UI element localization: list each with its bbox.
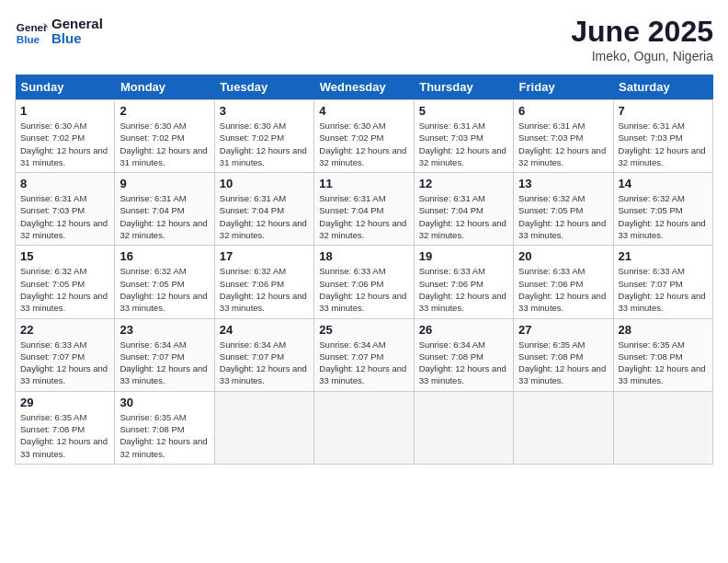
day-info: Sunrise: 6:32 AMSunset: 7:05 PMDaylight:… (518, 192, 608, 241)
calendar-cell: 10Sunrise: 6:31 AMSunset: 7:04 PMDayligh… (214, 173, 313, 246)
day-number: 14 (619, 177, 708, 190)
day-info: Sunrise: 6:31 AMSunset: 7:04 PMDaylight:… (419, 192, 508, 241)
day-info: Sunrise: 6:34 AMSunset: 7:08 PMDaylight:… (419, 339, 508, 387)
calendar-cell (514, 391, 613, 464)
calendar-cell (613, 391, 712, 464)
day-number: 1 (20, 104, 109, 118)
day-number: 7 (619, 104, 708, 118)
calendar-cell: 13Sunrise: 6:32 AMSunset: 7:05 PMDayligh… (514, 173, 613, 246)
svg-text:Blue: Blue (17, 33, 40, 45)
day-info: Sunrise: 6:31 AMSunset: 7:04 PMDaylight:… (220, 192, 309, 241)
calendar-subtitle: Imeko, Ogun, Nigeria (571, 49, 713, 63)
weekday-header-row: SundayMondayTuesdayWednesdayThursdayFrid… (16, 75, 713, 100)
day-number: 20 (518, 249, 608, 263)
day-info: Sunrise: 6:33 AMSunset: 7:07 PMDaylight:… (20, 339, 109, 387)
calendar-cell (314, 391, 414, 464)
weekday-header-friday: Friday (514, 75, 613, 100)
day-info: Sunrise: 6:34 AMSunset: 7:07 PMDaylight:… (119, 339, 209, 387)
calendar-week-row: 1Sunrise: 6:30 AMSunset: 7:02 PMDaylight… (16, 100, 713, 173)
day-number: 28 (619, 323, 708, 337)
day-info: Sunrise: 6:31 AMSunset: 7:04 PMDaylight:… (319, 192, 408, 241)
day-number: 15 (20, 249, 109, 263)
day-number: 30 (119, 396, 209, 409)
logo-icon: General Blue (15, 15, 48, 48)
day-number: 4 (319, 104, 408, 118)
day-number: 18 (319, 249, 408, 263)
day-number: 27 (518, 323, 608, 337)
day-number: 21 (619, 249, 708, 263)
calendar-cell: 23Sunrise: 6:34 AMSunset: 7:07 PMDayligh… (115, 318, 214, 391)
calendar-cell: 1Sunrise: 6:30 AMSunset: 7:02 PMDaylight… (16, 100, 115, 173)
calendar-header: General Blue General Blue June 2025 Imek… (15, 15, 713, 63)
calendar-cell: 15Sunrise: 6:32 AMSunset: 7:05 PMDayligh… (16, 246, 115, 318)
logo-general: General (51, 17, 103, 32)
day-number: 25 (319, 323, 408, 337)
calendar-cell: 5Sunrise: 6:31 AMSunset: 7:03 PMDaylight… (414, 100, 513, 173)
calendar-cell: 17Sunrise: 6:32 AMSunset: 7:06 PMDayligh… (214, 246, 313, 318)
calendar-cell: 11Sunrise: 6:31 AMSunset: 7:04 PMDayligh… (314, 173, 414, 246)
day-info: Sunrise: 6:34 AMSunset: 7:07 PMDaylight:… (220, 339, 309, 387)
day-info: Sunrise: 6:32 AMSunset: 7:05 PMDaylight:… (619, 192, 708, 241)
calendar-week-row: 29Sunrise: 6:35 AMSunset: 7:08 PMDayligh… (16, 391, 713, 464)
svg-text:General: General (17, 21, 48, 33)
day-info: Sunrise: 6:31 AMSunset: 7:03 PMDaylight:… (619, 120, 708, 168)
day-number: 23 (119, 323, 209, 337)
calendar-cell: 9Sunrise: 6:31 AMSunset: 7:04 PMDaylight… (115, 173, 214, 246)
calendar-cell: 6Sunrise: 6:31 AMSunset: 7:03 PMDaylight… (514, 100, 613, 173)
calendar-cell: 14Sunrise: 6:32 AMSunset: 7:05 PMDayligh… (613, 173, 712, 246)
day-info: Sunrise: 6:35 AMSunset: 7:08 PMDaylight:… (119, 411, 209, 460)
day-info: Sunrise: 6:35 AMSunset: 7:08 PMDaylight:… (518, 339, 608, 387)
day-info: Sunrise: 6:32 AMSunset: 7:06 PMDaylight:… (220, 265, 309, 314)
calendar-cell: 8Sunrise: 6:31 AMSunset: 7:03 PMDaylight… (16, 173, 115, 246)
day-number: 16 (119, 249, 209, 263)
day-info: Sunrise: 6:33 AMSunset: 7:06 PMDaylight:… (419, 265, 508, 314)
day-info: Sunrise: 6:33 AMSunset: 7:06 PMDaylight:… (319, 265, 408, 314)
weekday-header-sunday: Sunday (16, 75, 115, 100)
day-info: Sunrise: 6:35 AMSunset: 7:08 PMDaylight:… (20, 411, 109, 460)
day-number: 2 (119, 104, 209, 118)
weekday-header-tuesday: Tuesday (214, 75, 313, 100)
calendar-week-row: 8Sunrise: 6:31 AMSunset: 7:03 PMDaylight… (16, 173, 713, 246)
calendar-cell: 21Sunrise: 6:33 AMSunset: 7:07 PMDayligh… (613, 246, 712, 318)
day-number: 22 (20, 323, 109, 337)
day-number: 6 (518, 104, 608, 118)
day-info: Sunrise: 6:31 AMSunset: 7:03 PMDaylight:… (518, 120, 608, 168)
calendar-cell: 12Sunrise: 6:31 AMSunset: 7:04 PMDayligh… (414, 173, 513, 246)
calendar-cell: 2Sunrise: 6:30 AMSunset: 7:02 PMDaylight… (115, 100, 214, 173)
calendar-cell: 24Sunrise: 6:34 AMSunset: 7:07 PMDayligh… (214, 318, 313, 391)
day-info: Sunrise: 6:34 AMSunset: 7:07 PMDaylight:… (319, 339, 408, 387)
logo: General Blue General Blue (15, 15, 103, 48)
calendar-cell: 22Sunrise: 6:33 AMSunset: 7:07 PMDayligh… (16, 318, 115, 391)
day-number: 3 (220, 104, 309, 118)
day-number: 26 (419, 323, 508, 337)
day-info: Sunrise: 6:32 AMSunset: 7:05 PMDaylight:… (119, 265, 209, 314)
day-info: Sunrise: 6:31 AMSunset: 7:03 PMDaylight:… (20, 192, 109, 241)
day-info: Sunrise: 6:32 AMSunset: 7:05 PMDaylight:… (20, 265, 109, 314)
day-info: Sunrise: 6:30 AMSunset: 7:02 PMDaylight:… (20, 120, 109, 168)
calendar-cell: 3Sunrise: 6:30 AMSunset: 7:02 PMDaylight… (214, 100, 313, 173)
day-number: 8 (20, 177, 109, 190)
day-number: 10 (220, 177, 309, 190)
day-info: Sunrise: 6:35 AMSunset: 7:08 PMDaylight:… (619, 339, 708, 387)
day-number: 11 (319, 177, 408, 190)
logo-blue: Blue (51, 31, 103, 47)
day-number: 24 (220, 323, 309, 337)
calendar-cell: 25Sunrise: 6:34 AMSunset: 7:07 PMDayligh… (314, 318, 414, 391)
day-number: 5 (419, 104, 508, 118)
calendar-cell: 20Sunrise: 6:33 AMSunset: 7:06 PMDayligh… (514, 246, 613, 318)
weekday-header-thursday: Thursday (414, 75, 513, 100)
day-info: Sunrise: 6:33 AMSunset: 7:06 PMDaylight:… (518, 265, 608, 314)
day-info: Sunrise: 6:30 AMSunset: 7:02 PMDaylight:… (119, 120, 209, 168)
calendar-table: SundayMondayTuesdayWednesdayThursdayFrid… (15, 75, 713, 465)
weekday-header-monday: Monday (115, 75, 214, 100)
calendar-cell: 19Sunrise: 6:33 AMSunset: 7:06 PMDayligh… (414, 246, 513, 318)
day-number: 13 (518, 177, 608, 190)
weekday-header-saturday: Saturday (613, 75, 712, 100)
calendar-cell: 7Sunrise: 6:31 AMSunset: 7:03 PMDaylight… (613, 100, 712, 173)
day-info: Sunrise: 6:30 AMSunset: 7:02 PMDaylight:… (220, 120, 309, 168)
calendar-cell: 29Sunrise: 6:35 AMSunset: 7:08 PMDayligh… (16, 391, 115, 464)
calendar-week-row: 22Sunrise: 6:33 AMSunset: 7:07 PMDayligh… (16, 318, 713, 391)
calendar-cell: 30Sunrise: 6:35 AMSunset: 7:08 PMDayligh… (115, 391, 214, 464)
calendar-cell (414, 391, 513, 464)
calendar-cell: 28Sunrise: 6:35 AMSunset: 7:08 PMDayligh… (613, 318, 712, 391)
